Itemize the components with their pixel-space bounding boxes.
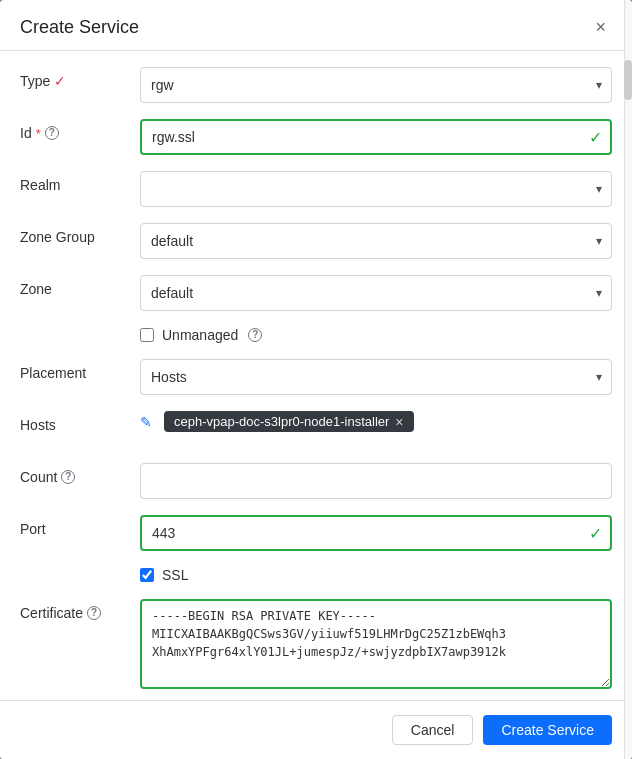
hosts-label: Hosts [20, 411, 140, 433]
placement-row: Placement Hosts ▾ [20, 359, 612, 395]
type-control: rgw ▾ [140, 67, 612, 103]
id-required-star: * [36, 126, 41, 141]
port-label: Port [20, 515, 140, 537]
create-service-button[interactable]: Create Service [483, 715, 612, 745]
modal-footer: Cancel Create Service [0, 700, 632, 759]
id-input[interactable] [140, 119, 612, 155]
count-input[interactable] [140, 463, 612, 499]
certificate-label: Certificate ? [20, 599, 140, 621]
cancel-button[interactable]: Cancel [392, 715, 474, 745]
certificate-control: -----BEGIN RSA PRIVATE KEY----- MIICXAIB… [140, 599, 612, 692]
zone-group-select-wrap: default ▾ [140, 223, 612, 259]
id-help-icon[interactable]: ? [45, 126, 59, 140]
hosts-edit-icon[interactable]: ✎ [140, 414, 152, 430]
realm-row: Realm ▾ [20, 171, 612, 207]
type-required-star: ✓ [54, 73, 66, 89]
realm-control: ▾ [140, 171, 612, 207]
unmanaged-help-icon[interactable]: ? [248, 328, 262, 342]
realm-label: Realm [20, 171, 140, 193]
zone-select-wrap: default ▾ [140, 275, 612, 311]
hosts-tag-label: ceph-vpap-doc-s3lpr0-node1-installer [174, 414, 389, 429]
placement-select-wrap: Hosts ▾ [140, 359, 612, 395]
zone-select[interactable]: default [140, 275, 612, 311]
zone-group-select[interactable]: default [140, 223, 612, 259]
modal-title: Create Service [20, 17, 139, 38]
hosts-control: ✎ ceph-vpap-doc-s3lpr0-node1-installer × [140, 411, 612, 432]
create-service-modal: Create Service × Type ✓ rgw [0, 0, 632, 759]
ssl-checkbox[interactable] [140, 568, 154, 582]
close-button[interactable]: × [589, 16, 612, 38]
zone-group-row: Zone Group default ▾ [20, 223, 612, 259]
count-control [140, 463, 612, 499]
unmanaged-row: Unmanaged ? [20, 327, 612, 343]
zone-group-label: Zone Group [20, 223, 140, 245]
hosts-tag-close-icon[interactable]: × [395, 415, 403, 429]
unmanaged-label: Unmanaged [162, 327, 238, 343]
id-control: ✓ [140, 119, 612, 155]
type-row: Type ✓ rgw ▾ [20, 67, 612, 103]
modal-body: Type ✓ rgw ▾ Id [0, 51, 632, 700]
unmanaged-checkbox[interactable] [140, 328, 154, 342]
count-help-icon[interactable]: ? [61, 470, 75, 484]
count-label: Count ? [20, 463, 140, 485]
certificate-help-icon[interactable]: ? [87, 606, 101, 620]
id-label: Id * ? [20, 119, 140, 141]
zone-group-control: default ▾ [140, 223, 612, 259]
placement-label: Placement [20, 359, 140, 381]
port-input[interactable] [140, 515, 612, 551]
port-row: Port ✓ [20, 515, 612, 551]
placement-control: Hosts ▾ [140, 359, 612, 395]
type-select-wrap: rgw ▾ [140, 67, 612, 103]
modal-header: Create Service × [0, 0, 632, 51]
zone-label: Zone [20, 275, 140, 297]
count-row: Count ? [20, 463, 612, 499]
placement-select[interactable]: Hosts [140, 359, 612, 395]
hosts-tag: ceph-vpap-doc-s3lpr0-node1-installer × [164, 411, 414, 432]
scrollbar-track [624, 0, 632, 759]
realm-select-wrap: ▾ [140, 171, 612, 207]
certificate-textarea-wrap: -----BEGIN RSA PRIVATE KEY----- MIICXAIB… [140, 599, 612, 692]
ssl-label: SSL [162, 567, 188, 583]
hosts-row: Hosts ✎ ceph-vpap-doc-s3lpr0-node1-insta… [20, 411, 612, 447]
form-container: Type ✓ rgw ▾ Id [0, 51, 632, 700]
type-select[interactable]: rgw [140, 67, 612, 103]
scrollbar-thumb[interactable] [624, 60, 632, 100]
port-input-wrap [140, 515, 612, 551]
id-row: Id * ? ✓ [20, 119, 612, 155]
certificate-textarea[interactable]: -----BEGIN RSA PRIVATE KEY----- MIICXAIB… [140, 599, 612, 689]
zone-row: Zone default ▾ [20, 275, 612, 311]
hosts-area: ✎ ceph-vpap-doc-s3lpr0-node1-installer × [140, 411, 414, 432]
zone-control: default ▾ [140, 275, 612, 311]
ssl-row: SSL [20, 567, 612, 583]
port-control: ✓ [140, 515, 612, 551]
certificate-row: Certificate ? -----BEGIN RSA PRIVATE KEY… [20, 599, 612, 692]
realm-select[interactable] [140, 171, 612, 207]
type-label: Type ✓ [20, 67, 140, 89]
